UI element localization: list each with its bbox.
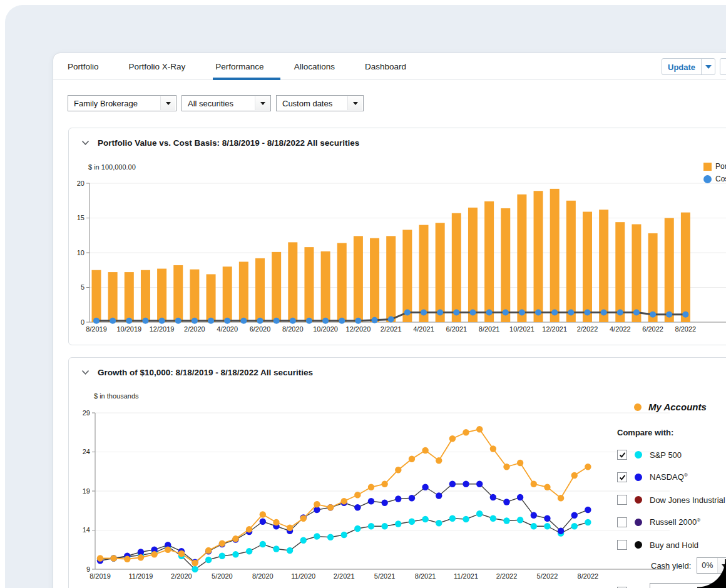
my-accounts-label: My Accounts bbox=[648, 402, 707, 412]
s-p-500-dot-icon bbox=[635, 451, 642, 459]
reports-button[interactable]: Rep bbox=[720, 58, 726, 75]
securities-select-value: All securities bbox=[182, 99, 239, 108]
circle-swatch-icon bbox=[703, 175, 712, 183]
tab-allocations[interactable]: Allocations bbox=[293, 53, 336, 79]
filter-row: Family Brokerage All securities Custom d… bbox=[68, 95, 364, 111]
svg-text:10: 10 bbox=[77, 249, 84, 256]
tab-portfolio[interactable]: Portfolio bbox=[66, 53, 100, 79]
portfolio-value-panel-title: Portfolio Value vs. Cost Basis: 8/18/201… bbox=[69, 128, 726, 148]
svg-text:12/2019: 12/2019 bbox=[150, 325, 175, 333]
toolbar-actions: Update Rep bbox=[662, 58, 726, 75]
dates-select[interactable]: Custom dates bbox=[276, 95, 364, 111]
compare-row-label: NASDAQ® bbox=[650, 472, 688, 482]
dow-jones-industrial-dot-icon bbox=[635, 496, 642, 504]
svg-text:0: 0 bbox=[81, 318, 84, 326]
svg-text:8/2022: 8/2022 bbox=[675, 325, 697, 333]
svg-text:12/2021: 12/2021 bbox=[542, 325, 567, 333]
svg-text:8/2019: 8/2019 bbox=[86, 325, 107, 333]
tabs-list: PortfolioPortfolio X-RayPerformanceAlloc… bbox=[53, 53, 407, 79]
compare-row-label: Russell 2000® bbox=[650, 517, 700, 527]
collapse-chevron-icon[interactable] bbox=[81, 370, 89, 375]
panel-title-text: Portfolio Value vs. Cost Basis: 8/18/201… bbox=[98, 138, 359, 148]
svg-text:6/2021: 6/2021 bbox=[446, 325, 467, 333]
legend-item-label: Portfolio Value bbox=[715, 162, 726, 171]
svg-text:4/2020: 4/2020 bbox=[217, 325, 238, 333]
compare-row-nasdaq: NASDAQ® bbox=[617, 472, 726, 482]
legend-item-label: Cost Basis bbox=[715, 175, 726, 183]
securities-select[interactable]: All securities bbox=[182, 95, 271, 111]
svg-text:10/2020: 10/2020 bbox=[313, 325, 338, 333]
russell-2000-checkbox[interactable] bbox=[617, 517, 627, 527]
svg-text:9: 9 bbox=[86, 565, 90, 573]
buy-and-hold-dot-icon bbox=[635, 541, 642, 549]
update-button[interactable]: Update bbox=[662, 58, 715, 75]
account-select-arrow[interactable] bbox=[160, 96, 175, 110]
compare-row-s-p-500: S&P 500 bbox=[617, 450, 726, 460]
s-p-500-checkbox[interactable] bbox=[617, 450, 627, 460]
russell-2000-dot-icon bbox=[635, 519, 642, 526]
svg-text:8/2021: 8/2021 bbox=[415, 572, 436, 580]
growth-panel-title: Growth of $10,000: 8/18/2019 - 8/18/2022… bbox=[69, 358, 726, 377]
tab-performance[interactable]: Performance bbox=[214, 53, 265, 79]
nasdaq-dot-icon bbox=[635, 474, 642, 481]
compare-row-label: S&P 500 bbox=[650, 450, 682, 460]
portfolio-value-panel: Portfolio Value vs. Cost Basis: 8/18/201… bbox=[68, 128, 726, 345]
caret-down-icon bbox=[705, 65, 712, 69]
svg-text:$ in 100,000.00: $ in 100,000.00 bbox=[88, 163, 136, 171]
svg-text:29: 29 bbox=[83, 409, 90, 417]
caret-down-icon bbox=[260, 102, 265, 105]
svg-text:8/2022: 8/2022 bbox=[578, 572, 599, 580]
portfolio-chart-legend: Portfolio ValueCost Basis bbox=[703, 162, 726, 183]
svg-text:5: 5 bbox=[81, 283, 84, 291]
update-dropdown-arrow[interactable] bbox=[701, 59, 715, 74]
svg-text:19: 19 bbox=[83, 487, 90, 495]
portfolio-value-bars bbox=[92, 189, 690, 322]
my-accounts-legend: My Accounts bbox=[634, 402, 726, 412]
collapse-chevron-icon[interactable] bbox=[81, 140, 89, 146]
svg-text:8/2019: 8/2019 bbox=[89, 572, 111, 580]
svg-text:8/2020: 8/2020 bbox=[252, 572, 274, 580]
svg-text:24: 24 bbox=[83, 448, 90, 455]
svg-text:4/2021: 4/2021 bbox=[413, 325, 434, 333]
tab-portfolio-x-ray[interactable]: Portfolio X-Ray bbox=[128, 53, 187, 79]
svg-text:5/2022: 5/2022 bbox=[537, 572, 558, 580]
buy-and-hold-checkbox[interactable] bbox=[617, 540, 627, 550]
growth-of-10000-chart: 914192429$ in thousands8/201911/20192/20… bbox=[69, 386, 688, 587]
svg-text:11/2021: 11/2021 bbox=[454, 572, 478, 580]
tab-bar: PortfolioPortfolio X-RayPerformanceAlloc… bbox=[53, 53, 726, 80]
svg-text:5/2020: 5/2020 bbox=[212, 572, 233, 580]
svg-text:10/2021: 10/2021 bbox=[509, 325, 534, 333]
compare-options: S&P 500NASDAQ®Dow Jones IndustrialRussel… bbox=[616, 450, 726, 550]
svg-text:8/2021: 8/2021 bbox=[479, 325, 500, 333]
compare-with-label: Compare with: bbox=[617, 428, 726, 437]
securities-select-arrow[interactable] bbox=[255, 96, 270, 110]
account-select[interactable]: Family Brokerage bbox=[68, 95, 176, 111]
nasdaq-checkbox[interactable] bbox=[617, 472, 627, 482]
dow-jones-industrial-checkbox[interactable] bbox=[617, 495, 627, 505]
svg-text:5/2021: 5/2021 bbox=[374, 572, 396, 580]
svg-text:15: 15 bbox=[77, 214, 84, 221]
tab-dashboard[interactable]: Dashboard bbox=[364, 53, 407, 79]
svg-text:11/2019: 11/2019 bbox=[128, 572, 153, 580]
svg-text:6/2022: 6/2022 bbox=[642, 325, 663, 333]
svg-text:2/2020: 2/2020 bbox=[184, 325, 205, 333]
compare-row-label: Buy and Hold bbox=[650, 540, 698, 550]
s-p-500-series bbox=[97, 510, 591, 572]
svg-text:2/2020: 2/2020 bbox=[171, 572, 192, 580]
dates-select-arrow[interactable] bbox=[347, 96, 362, 110]
compare-row-label: Dow Jones Industrial bbox=[650, 495, 725, 505]
svg-text:20: 20 bbox=[77, 180, 84, 187]
square-swatch-icon bbox=[703, 163, 712, 171]
legend-item-portfolio-value: Portfolio Value bbox=[703, 162, 726, 171]
legend-item-cost-basis: Cost Basis bbox=[703, 175, 726, 183]
svg-text:6/2020: 6/2020 bbox=[250, 325, 271, 333]
compare-row-dow-jones-industrial: Dow Jones Industrial bbox=[617, 495, 726, 505]
update-button-label: Update bbox=[662, 59, 701, 74]
svg-text:12/2020: 12/2020 bbox=[346, 325, 371, 333]
caret-down-icon bbox=[353, 102, 358, 105]
panel-title-text: Growth of $10,000: 8/18/2019 - 8/18/2022… bbox=[98, 368, 313, 377]
account-select-value: Family Brokerage bbox=[68, 99, 143, 108]
my-accounts-dot-icon bbox=[634, 403, 642, 411]
svg-text:2/2022: 2/2022 bbox=[577, 325, 598, 333]
compare-row-russell-2000: Russell 2000® bbox=[617, 517, 726, 527]
